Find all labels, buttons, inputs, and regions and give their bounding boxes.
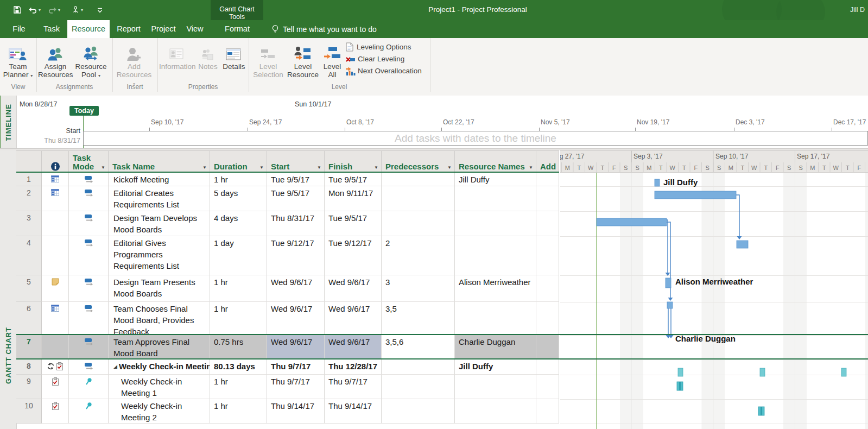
assign-resources-button[interactable]: AssignResources xyxy=(38,40,73,79)
cell-name[interactable]: Design Team Develops Mood Boards xyxy=(109,211,210,236)
cell-duration[interactable]: 5 days xyxy=(210,186,267,211)
cell-name[interactable]: Weekly Check-in Meeting 1 xyxy=(109,375,210,399)
clear-leveling-button[interactable]: Clear Leveling xyxy=(345,53,404,65)
table-row[interactable]: 5Design Team Presents Mood Boards1 hrWed… xyxy=(16,275,559,302)
column-header-start[interactable]: Start▼ xyxy=(267,151,325,173)
filter-arrow-icon[interactable]: ▼ xyxy=(374,165,378,170)
column-header-add[interactable]: Add xyxy=(536,151,559,173)
cell-num[interactable]: 1 xyxy=(16,173,42,186)
cell-res[interactable] xyxy=(455,186,536,211)
cell-num[interactable]: 8 xyxy=(16,359,42,375)
next-overallocation-button[interactable]: Next Overallocation xyxy=(345,65,422,77)
tab-resource[interactable]: Resource xyxy=(67,20,110,38)
cell-pred[interactable]: 2 xyxy=(382,236,455,275)
table-row[interactable]: 6Team Chooses Final Mood Board, Provides… xyxy=(16,302,559,335)
cell-name[interactable]: Weekly Check-in Meeting 2 xyxy=(109,399,210,424)
cell-mode[interactable] xyxy=(69,399,109,424)
gantt-bar[interactable] xyxy=(597,218,667,226)
gantt-bar[interactable] xyxy=(760,368,765,376)
cell-finish[interactable]: Tue 9/12/17 xyxy=(325,236,382,275)
gantt-bar[interactable] xyxy=(655,191,736,199)
filter-arrow-icon[interactable]: ▼ xyxy=(259,165,264,170)
cell-num[interactable]: 7 xyxy=(16,335,42,359)
cell-info[interactable] xyxy=(42,236,69,275)
team-planner-button[interactable]: TeamPlanner ▾ xyxy=(1,40,35,80)
cell-finish[interactable]: Tue 9/5/17 xyxy=(325,173,382,186)
cell-num[interactable]: 4 xyxy=(16,236,42,275)
column-header-num[interactable] xyxy=(16,151,42,173)
cell-add[interactable] xyxy=(536,275,559,302)
cell-name[interactable]: Editorial Gives Programmers Requirements… xyxy=(109,236,210,275)
cell-res[interactable] xyxy=(455,399,536,424)
cell-pred[interactable]: 3 xyxy=(382,275,455,302)
save-button[interactable] xyxy=(13,4,22,16)
cell-finish[interactable]: Wed 9/6/17 xyxy=(325,335,382,359)
cell-info[interactable] xyxy=(42,275,69,302)
table-row[interactable]: 9Weekly Check-in Meeting 11 hrThu 9/7/17… xyxy=(16,375,559,399)
cell-res[interactable]: Alison Merriweather xyxy=(455,275,536,302)
cell-mode[interactable] xyxy=(69,236,109,275)
cell-start[interactable]: Thu 9/14/17 xyxy=(267,399,325,424)
cell-pred[interactable] xyxy=(382,399,455,424)
cell-num[interactable]: 2 xyxy=(16,186,42,211)
cell-res[interactable] xyxy=(455,236,536,275)
cell-info[interactable] xyxy=(42,302,69,335)
cell-start[interactable]: Tue 9/5/17 xyxy=(267,173,325,186)
cell-mode[interactable] xyxy=(69,186,109,211)
cell-duration[interactable]: 1 hr xyxy=(210,375,267,399)
cell-res[interactable]: Charlie Duggan xyxy=(455,335,536,359)
gantt-bar[interactable] xyxy=(667,302,673,308)
cell-mode[interactable] xyxy=(69,211,109,236)
column-header-info[interactable] xyxy=(42,151,69,173)
tell-me-box[interactable]: Tell me what you want to do xyxy=(271,20,377,38)
cell-finish[interactable]: Tue 9/5/17 xyxy=(325,211,382,236)
cell-num[interactable]: 3 xyxy=(16,211,42,236)
filter-arrow-icon[interactable]: ▼ xyxy=(101,165,105,170)
cell-num[interactable]: 9 xyxy=(16,375,42,399)
cell-name[interactable]: Team Chooses Final Mood Board, Provides … xyxy=(109,302,210,335)
cell-duration[interactable]: 80.13 days xyxy=(210,359,267,375)
cell-info[interactable] xyxy=(42,359,69,375)
redo-button[interactable]: ▾ xyxy=(48,4,60,16)
cell-pred[interactable]: 3,5,6 xyxy=(382,335,455,359)
signed-in-user[interactable]: Jill D xyxy=(850,6,865,14)
filter-arrow-icon[interactable]: ▼ xyxy=(317,165,321,170)
table-row[interactable]: 8◢Weekly Check-in Meetin80.13 daysThu 9/… xyxy=(16,359,559,375)
gantt-bar[interactable] xyxy=(678,368,683,376)
cell-info[interactable] xyxy=(42,399,69,424)
column-header-duration[interactable]: Duration▼ xyxy=(210,151,267,173)
table-row[interactable]: 10Weekly Check-in Meeting 21 hrThu 9/14/… xyxy=(16,399,559,424)
cell-info[interactable] xyxy=(42,211,69,236)
cell-add[interactable] xyxy=(536,186,559,211)
cell-start[interactable]: Thu 8/31/17 xyxy=(267,211,325,236)
dropdown-caret-icon[interactable]: ▾ xyxy=(39,8,41,12)
cell-mode[interactable] xyxy=(69,359,109,375)
cell-res[interactable]: Jill Duffy xyxy=(455,359,536,375)
table-row[interactable]: 1Kickoff Meeting1 hrTue 9/5/17Tue 9/5/17… xyxy=(16,173,559,186)
cell-num[interactable]: 10 xyxy=(16,399,42,424)
cell-mode[interactable] xyxy=(69,173,109,186)
cell-add[interactable] xyxy=(536,375,559,399)
cell-start[interactable]: Tue 9/12/17 xyxy=(267,236,325,275)
cell-add[interactable] xyxy=(536,173,559,186)
cell-name[interactable]: Design Team Presents Mood Boards xyxy=(109,275,210,302)
cell-name[interactable]: Kickoff Meeting xyxy=(109,173,210,186)
cell-mode[interactable] xyxy=(69,302,109,335)
gantt-chart-area[interactable]: MTWTFSSMTWTFSSMTWTFSSMTWTFSAug 27, '17Se… xyxy=(560,150,868,429)
cell-pred[interactable]: 3,5 xyxy=(382,302,455,335)
column-header-res[interactable]: Resource Names▼ xyxy=(455,151,536,173)
cell-info[interactable] xyxy=(42,186,69,211)
cell-start[interactable]: Thu 9/7/17 xyxy=(267,375,325,399)
cell-duration[interactable]: 4 days xyxy=(210,211,267,236)
column-header-pred[interactable]: Predecessors▼ xyxy=(382,151,455,173)
tab-report[interactable]: Report xyxy=(112,20,145,38)
cell-pred[interactable] xyxy=(382,375,455,399)
cell-start[interactable]: Thu 9/7/17 xyxy=(267,359,325,375)
dropdown-caret-icon[interactable]: ▾ xyxy=(81,8,83,12)
customize-toolbar-button[interactable] xyxy=(97,4,103,16)
cell-duration[interactable]: 1 day xyxy=(210,236,267,275)
cell-finish[interactable]: Wed 9/6/17 xyxy=(325,302,382,335)
cell-name[interactable]: Team Approves Final Mood Board xyxy=(109,335,210,359)
cell-add[interactable] xyxy=(536,302,559,335)
cell-info[interactable] xyxy=(42,375,69,399)
